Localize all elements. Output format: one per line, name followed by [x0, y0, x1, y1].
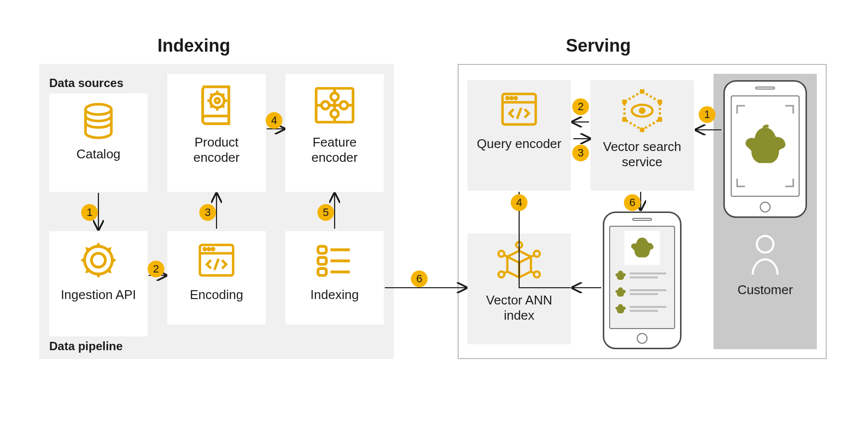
node-product-encoder: Product encoder	[167, 74, 266, 192]
camera-frame-icon	[733, 102, 797, 190]
svg-rect-41	[658, 118, 662, 122]
node-query-encoder: Query encoder	[467, 80, 571, 191]
result-row	[614, 269, 670, 282]
svg-point-51	[534, 271, 540, 277]
gear-icon	[76, 238, 121, 282]
svg-line-10	[222, 105, 224, 108]
section-title-indexing: Indexing	[157, 35, 230, 56]
badge-srv-6: 6	[624, 194, 641, 211]
teapot-icon	[628, 234, 656, 262]
cube-nodes-icon	[496, 241, 543, 288]
svg-point-19	[85, 246, 112, 274]
svg-line-56	[531, 271, 534, 273]
svg-point-49	[516, 242, 522, 248]
svg-rect-26	[318, 246, 326, 253]
badge-idx-1: 1	[81, 204, 98, 221]
badge-srv-3: 3	[572, 145, 589, 161]
node-encoding: Encoding	[167, 231, 266, 325]
svg-point-24	[212, 248, 214, 250]
badge-srv-4: 4	[511, 194, 527, 211]
svg-line-55	[531, 255, 534, 257]
svg-line-58	[504, 271, 507, 273]
code-window-icon	[194, 238, 239, 282]
svg-rect-44	[622, 100, 627, 104]
svg-point-0	[86, 104, 112, 115]
svg-line-57	[504, 255, 507, 257]
section-title-serving: Serving	[566, 35, 631, 56]
svg-point-18	[92, 253, 105, 267]
node-label: Product encoder	[172, 135, 261, 165]
svg-point-14	[331, 93, 339, 101]
svg-point-2	[215, 98, 219, 103]
svg-point-34	[506, 97, 508, 99]
badge-srv-2: 2	[572, 98, 589, 115]
node-feature-encoder: Feature encoder	[285, 74, 384, 192]
badge-idx-4: 4	[266, 112, 282, 129]
svg-line-37	[517, 108, 521, 119]
svg-rect-42	[640, 128, 645, 132]
node-label: Vector ANN index	[472, 293, 566, 323]
result-card-main	[624, 231, 660, 265]
book-gear-icon	[192, 81, 241, 130]
node-vector-ann-index: Vector ANN index	[467, 234, 571, 344]
svg-rect-43	[622, 118, 627, 122]
results-phone	[603, 211, 682, 349]
svg-point-46	[640, 109, 645, 113]
badge-idx-6: 6	[411, 271, 428, 287]
svg-line-7	[211, 94, 213, 96]
puzzle-icon	[310, 81, 359, 130]
node-indexing: Indexing	[285, 231, 384, 325]
person-icon	[748, 233, 782, 277]
customer-phone	[723, 80, 807, 218]
node-label: Vector search service	[595, 139, 689, 170]
svg-rect-28	[318, 257, 326, 264]
svg-point-50	[534, 251, 540, 257]
node-label: Query encoder	[477, 136, 561, 151]
svg-point-59	[757, 236, 774, 253]
badge-idx-5: 5	[317, 204, 334, 221]
result-row	[614, 286, 670, 299]
code-window-icon	[497, 87, 541, 131]
node-label: Indexing	[310, 287, 359, 302]
svg-point-36	[515, 97, 517, 99]
result-row	[614, 302, 670, 315]
vector-eye-icon	[619, 87, 666, 134]
svg-rect-30	[318, 269, 326, 275]
svg-point-17	[340, 101, 348, 109]
svg-line-9	[211, 105, 213, 108]
svg-line-25	[215, 259, 218, 270]
node-label: Ingestion API	[61, 287, 136, 302]
svg-point-53	[498, 271, 504, 277]
svg-point-16	[321, 101, 329, 109]
data-pipeline-label: Data pipeline	[49, 339, 123, 353]
badge-srv-1: 1	[699, 106, 715, 123]
svg-rect-39	[640, 90, 645, 94]
node-label: Encoding	[190, 287, 243, 302]
node-label: Catalog	[76, 147, 121, 162]
svg-point-23	[208, 248, 210, 250]
svg-point-22	[204, 248, 206, 250]
svg-rect-40	[658, 100, 662, 104]
svg-line-8	[222, 94, 224, 96]
database-icon	[78, 100, 119, 142]
node-label: Feature encoder	[290, 135, 379, 165]
badge-idx-3: 3	[199, 204, 216, 221]
node-vector-search-service: Vector search service	[590, 80, 694, 191]
svg-point-35	[510, 97, 512, 99]
badge-idx-2: 2	[148, 261, 164, 277]
svg-point-15	[331, 110, 339, 118]
node-catalog: Catalog	[49, 93, 148, 192]
svg-point-52	[498, 251, 504, 257]
node-ingestion-api: Ingestion API	[49, 231, 148, 336]
node-label: Customer	[738, 282, 793, 298]
data-sources-label: Data sources	[49, 76, 124, 90]
list-icon	[312, 238, 357, 282]
